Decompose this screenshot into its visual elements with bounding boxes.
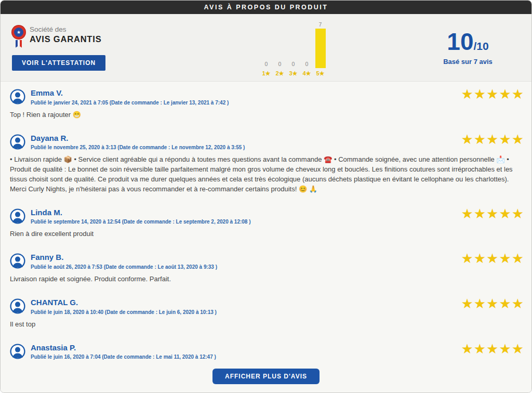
user-avatar-icon — [10, 208, 25, 224]
summary-section: ★ Société des AVIS GARANTIS VOIR L'ATTES… — [1, 14, 531, 82]
reviews-list: Emma V. Publié le janvier 24, 2021 à 7:0… — [1, 82, 531, 363]
reviewer-block: Dayana R. Publié le novembre 25, 2020 à … — [31, 134, 461, 151]
chart-value-label: 0 — [305, 61, 309, 67]
chart-bar — [315, 29, 326, 68]
avis-garantis-logo: ★ Société des AVIS GARANTIS — [12, 25, 167, 48]
chart-value-label: 0 — [292, 61, 295, 67]
reviewer-name: Anastasia P. — [31, 343, 461, 353]
widget-title: AVIS À PROPOS DU PRODUIT — [204, 4, 328, 11]
reviewer-name: Dayana R. — [31, 134, 461, 143]
star-rating: ★★★★★ — [461, 343, 524, 355]
reviewer-block: Linda M. Publié le septembre 14, 2020 à … — [31, 208, 461, 225]
chart-column: 0 4★ — [300, 19, 314, 77]
review-date-line: Publié le janvier 24, 2021 à 7:05 (Date … — [31, 100, 461, 106]
review-date-line: Publié le septembre 14, 2020 à 12:54 (Da… — [31, 219, 461, 225]
user-avatar-icon — [10, 89, 25, 104]
medal-ribbon-icon: ★ — [12, 25, 25, 48]
widget-header: AVIS À PROPOS DU PRODUIT — [1, 1, 531, 14]
product-reviews-widget: AVIS À PROPOS DU PRODUIT ★ Société des A… — [0, 0, 532, 393]
reviewer-block: CHANTAL G. Publié le juin 18, 2020 à 10:… — [31, 298, 461, 315]
reviewer-name: Fanny B. — [31, 253, 461, 263]
review-item: CHANTAL G. Publié le juin 18, 2020 à 10:… — [1, 291, 531, 336]
chart-column: 7 5★ — [314, 19, 327, 77]
star-rating: ★★★★★ — [461, 298, 524, 309]
logo-line1: Société des — [30, 25, 101, 34]
score-panel: 10/10 Basé sur 7 avis — [420, 14, 531, 81]
chart-column: 0 2★ — [273, 19, 287, 77]
review-date-line: Publié le novembre 25, 2020 à 3:13 (Date… — [31, 145, 461, 150]
review-text: Il est top — [10, 320, 524, 330]
review-item: Anastasia P. Publié le juin 16, 2020 à 7… — [1, 336, 531, 364]
chart-column: 0 1★ — [260, 19, 273, 77]
chart-value-label: 0 — [265, 61, 268, 67]
reviewer-name: CHANTAL G. — [31, 298, 461, 308]
reviewer-name: Emma V. — [31, 88, 461, 98]
chart-value-label: 0 — [278, 61, 282, 67]
review-item: Dayana R. Publié le novembre 25, 2020 à … — [1, 127, 531, 201]
review-text: • Livraison rapide 📦 • Service client ag… — [10, 155, 524, 194]
score-value: 10 — [447, 28, 473, 55]
reviewer-name: Linda M. — [31, 208, 461, 218]
review-text: Rien à dire excellent produit — [10, 229, 524, 239]
chart-column: 0 3★ — [287, 19, 300, 77]
user-avatar-icon — [10, 253, 25, 269]
user-avatar-icon — [10, 344, 25, 359]
reviewer-block: Fanny B. Publié le août 26, 2020 à 7:53 … — [31, 253, 461, 270]
review-item: Linda M. Publié le septembre 14, 2020 à … — [1, 201, 531, 246]
score-max: /10 — [473, 40, 488, 52]
user-avatar-icon — [10, 134, 25, 150]
reviewer-block: Emma V. Publié le janvier 24, 2021 à 7:0… — [31, 88, 461, 106]
user-avatar-icon — [10, 298, 25, 314]
review-header: Emma V. Publié le janvier 24, 2021 à 7:0… — [10, 88, 524, 106]
review-text: Top ! Rien à rajouter 😁 — [10, 110, 524, 120]
overall-score: 10/10 — [447, 30, 488, 54]
star-rating: ★★★★★ — [461, 253, 524, 264]
review-date-line: Publié le juin 16, 2020 à 7:04 (Date de … — [31, 354, 461, 360]
star-rating: ★★★★★ — [461, 88, 524, 100]
certification-block: ★ Société des AVIS GARANTIS VOIR L'ATTES… — [1, 14, 167, 81]
logo-text: Société des AVIS GARANTIS — [30, 25, 101, 45]
chart-category-label: 4★ — [303, 70, 311, 77]
chart-category-label: 1★ — [262, 70, 271, 77]
chart-area: 0 1★ 0 2★ 0 3★ 0 4★ 7 5★ — [167, 14, 420, 81]
review-header: Anastasia P. Publié le juin 16, 2020 à 7… — [10, 343, 524, 360]
ratings-bar-chart: 0 1★ 0 2★ 0 3★ 0 4★ 7 5★ — [260, 19, 327, 81]
chart-category-label: 5★ — [316, 70, 325, 77]
show-more-reviews-button[interactable]: AFFICHER PLUS D'AVIS — [212, 369, 320, 384]
star-rating: ★★★★★ — [461, 134, 524, 145]
attestation-button[interactable]: VOIR L'ATTESTATION — [12, 55, 105, 71]
review-date-line: Publié le août 26, 2020 à 7:53 (Date de … — [31, 264, 461, 270]
logo-line2: AVIS GARANTIS — [30, 34, 101, 45]
star-rating: ★★★★★ — [461, 208, 524, 219]
review-item: Fanny B. Publié le août 26, 2020 à 7:53 … — [1, 246, 531, 291]
chart-category-label: 3★ — [289, 70, 298, 77]
review-header: CHANTAL G. Publié le juin 18, 2020 à 10:… — [10, 298, 524, 315]
review-text: Livraison rapide et soignée. Produit con… — [10, 274, 524, 284]
review-item: Emma V. Publié le janvier 24, 2021 à 7:0… — [1, 82, 531, 127]
french-ribbon-icon — [16, 40, 22, 48]
review-header: Fanny B. Publié le août 26, 2020 à 7:53 … — [10, 253, 524, 270]
review-header: Linda M. Publié le septembre 14, 2020 à … — [10, 208, 524, 225]
review-header: Dayana R. Publié le novembre 25, 2020 à … — [10, 134, 524, 151]
footer-bar: AFFICHER PLUS D'AVIS — [1, 363, 531, 392]
reviewer-block: Anastasia P. Publié le juin 16, 2020 à 7… — [31, 343, 461, 360]
medal-icon: ★ — [12, 25, 25, 39]
chart-category-label: 2★ — [276, 70, 284, 77]
review-date-line: Publié le juin 18, 2020 à 10:40 (Date de… — [31, 309, 461, 315]
chart-value-label: 7 — [319, 21, 322, 28]
score-subtitle: Basé sur 7 avis — [443, 58, 493, 66]
